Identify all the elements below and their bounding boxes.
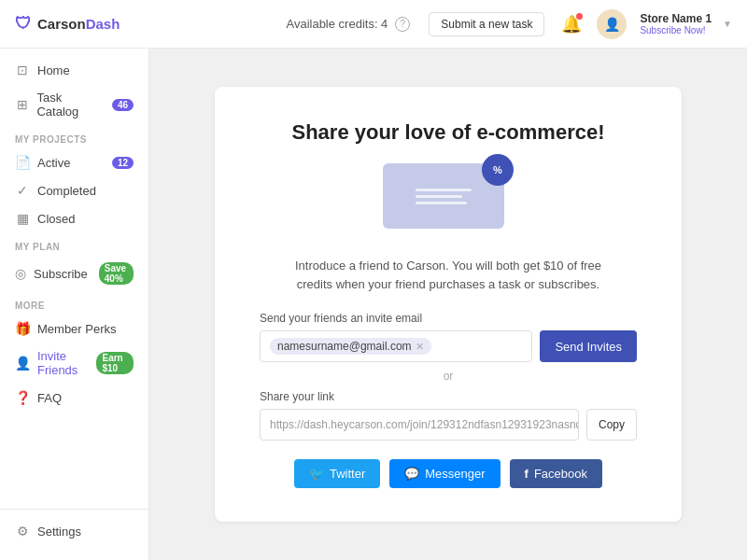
- sidebar-item-label: Subscribe: [34, 267, 88, 281]
- invite-friends-icon: 👤: [15, 356, 30, 371]
- envelope-lines: [416, 189, 472, 204]
- credits-label: Available credits: 4: [286, 17, 388, 31]
- task-catalog-badge: 46: [112, 99, 134, 111]
- envelope-line-3: [416, 202, 467, 204]
- notification-dot: [576, 13, 583, 20]
- sidebar-item-label: Task Catalog: [36, 91, 104, 119]
- sidebar-item-member-perks[interactable]: 🎁 Member Perks: [0, 315, 148, 343]
- sidebar-nav: ⊡ Home ⊞ Task Catalog 46 MY PROJECTS 📄 A…: [0, 56, 148, 509]
- logo: 🛡 CarsonDash: [15, 14, 120, 34]
- sidebar-item-home[interactable]: ⊡ Home: [0, 56, 148, 84]
- email-input-wrap[interactable]: namesurname@gmail.com ✕: [260, 330, 532, 362]
- sidebar-item-label: Active: [37, 156, 70, 170]
- share-buttons: 🐦 Twitter 💬 Messenger f Facebook: [260, 459, 637, 488]
- more-section-label: MORE: [0, 291, 148, 315]
- sidebar-item-invite-friends[interactable]: 👤 Invite Friends Earn $10: [0, 343, 148, 384]
- copy-button[interactable]: Copy: [586, 409, 637, 441]
- messenger-icon: 💬: [404, 467, 419, 481]
- sidebar-item-label: Settings: [37, 525, 81, 539]
- logo-icon: 🛡: [15, 14, 32, 34]
- settings-icon: ⚙: [15, 524, 30, 539]
- task-catalog-icon: ⊞: [15, 97, 29, 112]
- sidebar: ⊡ Home ⊞ Task Catalog 46 MY PROJECTS 📄 A…: [0, 49, 149, 560]
- card-illustration: %: [260, 163, 637, 238]
- save-badge: Save 40%: [99, 262, 134, 285]
- active-icon: 📄: [15, 155, 30, 170]
- sidebar-item-active[interactable]: 📄 Active 12: [0, 148, 148, 176]
- sidebar-item-settings[interactable]: ⚙ Settings: [0, 517, 148, 545]
- sidebar-item-label: Completed: [37, 184, 96, 198]
- facebook-share-button[interactable]: f Facebook: [510, 459, 602, 488]
- messenger-share-button[interactable]: 💬 Messenger: [389, 459, 500, 488]
- email-tag: namesurname@gmail.com ✕: [270, 338, 431, 355]
- main-content: Share your love of e-commerce! %: [149, 49, 747, 560]
- link-field-label: Share your link: [260, 390, 637, 403]
- submit-task-button[interactable]: Submit a new task: [429, 12, 544, 36]
- send-invites-button[interactable]: Send Invites: [540, 330, 637, 362]
- facebook-icon: f: [525, 467, 529, 481]
- user-name: Store Name 1: [640, 12, 712, 25]
- sidebar-item-label: Member Perks: [37, 322, 117, 336]
- link-row: https://dash.heycarson.com/join/129312nd…: [260, 409, 637, 441]
- sidebar-item-task-catalog[interactable]: ⊞ Task Catalog 46: [0, 84, 148, 125]
- invite-card: Share your love of e-commerce! %: [215, 87, 682, 522]
- header: 🛡 CarsonDash Available credits: 4 ? Subm…: [0, 0, 747, 49]
- envelope-line-1: [416, 189, 472, 191]
- sidebar-item-label: Closed: [37, 212, 75, 226]
- user-info: Store Name 1 Subscribe Now!: [640, 12, 712, 35]
- sidebar-item-faq[interactable]: ❓ FAQ: [0, 384, 148, 412]
- faq-icon: ❓: [15, 390, 30, 405]
- twitter-icon: 🐦: [309, 467, 324, 481]
- layout: ⊡ Home ⊞ Task Catalog 46 MY PROJECTS 📄 A…: [0, 49, 747, 560]
- link-input[interactable]: https://dash.heycarson.com/join/129312nd…: [260, 409, 579, 441]
- sidebar-item-closed[interactable]: ▦ Closed: [0, 204, 148, 232]
- sidebar-item-label: Invite Friends: [37, 349, 85, 377]
- user-subscribe-label: Subscribe Now!: [640, 25, 712, 35]
- home-icon: ⊡: [15, 63, 30, 77]
- active-badge: 12: [112, 157, 134, 169]
- closed-icon: ▦: [15, 211, 30, 226]
- sidebar-item-label: Home: [37, 63, 70, 77]
- earn-badge: Earn $10: [96, 352, 134, 374]
- subscribe-icon: ◎: [15, 266, 26, 281]
- email-field-label: Send your friends an invite email: [260, 312, 637, 325]
- email-row: namesurname@gmail.com ✕ Send Invites: [260, 330, 637, 362]
- logo-text: CarsonDash: [37, 16, 120, 32]
- discount-badge: %: [482, 154, 514, 186]
- sidebar-item-label: FAQ: [37, 391, 62, 405]
- card-title: Share your love of e-commerce!: [260, 120, 637, 145]
- twitter-share-button[interactable]: 🐦 Twitter: [294, 459, 380, 488]
- sidebar-bottom: ⚙ Settings: [0, 509, 148, 553]
- sidebar-item-subscribe[interactable]: ◎ Subscribe Save 40%: [0, 256, 148, 291]
- completed-icon: ✓: [15, 183, 30, 198]
- user-menu-chevron[interactable]: ▼: [723, 19, 732, 29]
- sidebar-item-completed[interactable]: ✓ Completed: [0, 176, 148, 204]
- notification-icon[interactable]: 🔔: [561, 14, 582, 35]
- credits-help-icon[interactable]: ?: [395, 17, 410, 32]
- or-divider: or: [260, 370, 637, 383]
- illustration-wrap: %: [383, 163, 514, 238]
- my-projects-section-label: MY PROJECTS: [0, 125, 148, 148]
- my-plan-section-label: MY PLAN: [0, 232, 148, 256]
- avatar: 👤: [597, 9, 627, 39]
- member-perks-icon: 🎁: [15, 321, 30, 336]
- envelope-graphic: %: [383, 163, 504, 229]
- email-tag-remove[interactable]: ✕: [416, 341, 424, 353]
- card-description: Introduce a friend to Carson. You will b…: [260, 257, 637, 293]
- envelope-line-2: [416, 195, 462, 198]
